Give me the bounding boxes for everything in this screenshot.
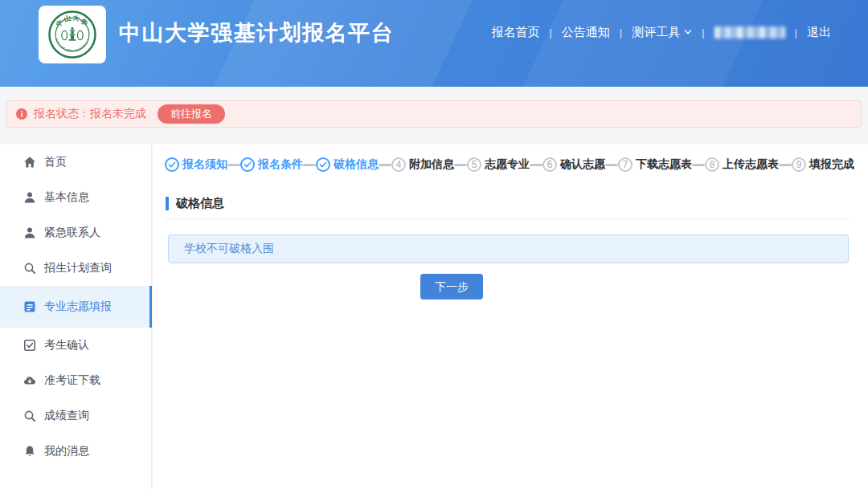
next-step-button[interactable]: 下一步: [420, 274, 483, 300]
step-number: 6: [547, 159, 553, 170]
exemption-notice-text: 学校不可破格入围: [184, 242, 274, 256]
section-divider: [165, 218, 849, 219]
step-connector: [227, 164, 240, 166]
sidebar-item-major-preference[interactable]: 专业志愿填报: [0, 286, 151, 328]
nav-divider: |: [549, 26, 551, 39]
sidebar-item-label: 基本信息: [44, 190, 89, 205]
stepper: 报名须知 报名条件 破格信息 4 附加信息 5 志愿专业 6 确认志愿 7: [165, 157, 849, 173]
step-number: 4: [396, 159, 402, 170]
step-7: 7 下载志愿表: [618, 157, 692, 172]
info-icon: [16, 108, 27, 120]
step-3: 破格信息: [316, 157, 379, 172]
step-9: 9 填报完成: [792, 157, 854, 172]
sidebar: 首页 基本信息 紧急联系人 招生计划查询 专业志愿填报: [0, 145, 152, 489]
registration-status-alert: 报名状态：报名未完成 前往报名: [6, 100, 862, 128]
user-icon: [23, 226, 36, 239]
step-connector: [605, 164, 618, 166]
step-number: 9: [796, 159, 802, 170]
sidebar-item-emergency-contact[interactable]: 紧急联系人: [0, 215, 151, 251]
button-row: 下一步: [168, 274, 735, 300]
step-label: 破格信息: [334, 157, 379, 172]
step-connector: [379, 164, 391, 166]
sidebar-item-label: 专业志愿填报: [44, 300, 112, 314]
sidebar-item-score-query[interactable]: 成绩查询: [0, 398, 151, 434]
sidebar-item-label: 招生计划查询: [44, 261, 112, 275]
nav-assessment-tools[interactable]: 测评工具: [632, 25, 692, 40]
nav-logout[interactable]: 退出: [807, 25, 831, 40]
doc-list-icon: [23, 300, 36, 313]
sidebar-item-basic-info[interactable]: 基本信息: [0, 180, 151, 215]
step-label: 报名须知: [182, 157, 227, 172]
step-connector: [454, 164, 467, 166]
step-5: 5 志愿专业: [467, 157, 530, 172]
nav-divider: |: [620, 26, 622, 39]
step-number: 5: [472, 159, 477, 170]
main-content: 报名须知 报名条件 破格信息 4 附加信息 5 志愿专业 6 确认志愿 7: [153, 145, 868, 489]
sidebar-item-label: 首页: [44, 155, 67, 169]
exemption-notice: 学校不可破格入围: [168, 234, 849, 263]
step-8: 8 上传志愿表: [705, 157, 779, 172]
sidebar-item-label: 紧急联系人: [44, 226, 100, 240]
university-logo: 中山大学 SUN YAT-SEN UNIVERSITY: [39, 6, 106, 63]
step-number: 8: [710, 159, 715, 170]
go-register-button[interactable]: 前往报名: [158, 104, 225, 124]
section-title: 破格信息: [166, 196, 849, 210]
sidebar-item-my-messages[interactable]: 我的消息: [0, 434, 151, 469]
sidebar-item-label: 准考证下载: [44, 373, 100, 388]
nav-signup-home[interactable]: 报名首页: [491, 25, 539, 40]
status-text: 报名状态：报名未完成: [34, 107, 146, 121]
step-connector: [692, 164, 705, 166]
step-4: 4 附加信息: [391, 157, 454, 172]
user-icon: [23, 191, 36, 204]
section-title-text: 破格信息: [176, 196, 224, 211]
step-label: 下载志愿表: [636, 157, 692, 172]
step-label: 报名条件: [258, 157, 303, 172]
step-1: 报名须知: [165, 157, 227, 172]
step-label: 填报完成: [809, 157, 854, 172]
step-label: 附加信息: [409, 157, 454, 172]
check-square-icon: [23, 339, 36, 352]
university-seal-icon: 中山大学 SUN YAT-SEN UNIVERSITY: [47, 10, 97, 59]
active-indicator: [149, 286, 152, 328]
check-icon: [319, 161, 327, 169]
search-icon: [23, 410, 36, 422]
step-6: 6 确认志愿: [542, 157, 605, 172]
step-connector: [303, 164, 316, 166]
cloud-download-icon: [23, 374, 36, 387]
nav-divider: |: [702, 26, 704, 39]
chevron-down-icon: [684, 28, 692, 36]
bell-icon: [23, 445, 36, 458]
sidebar-item-label: 考生确认: [44, 338, 89, 352]
sidebar-item-candidate-confirmation[interactable]: 考生确认: [0, 328, 151, 363]
title-accent-bar: [166, 197, 169, 210]
sidebar-item-enrollment-plan-query[interactable]: 招生计划查询: [0, 251, 151, 286]
check-icon: [168, 161, 176, 169]
step-label: 上传志愿表: [723, 157, 779, 172]
check-icon: [244, 161, 252, 169]
sidebar-item-home[interactable]: 首页: [0, 145, 151, 180]
nav-assessment-tools-label: 测评工具: [632, 25, 680, 40]
home-icon: [23, 156, 36, 169]
step-label: 志愿专业: [485, 157, 530, 172]
search-icon: [23, 262, 36, 275]
nav-notices[interactable]: 公告通知: [562, 25, 610, 40]
step-connector: [779, 164, 792, 166]
step-2: 报名条件: [240, 157, 303, 172]
nav-divider: |: [795, 26, 797, 39]
sidebar-item-label: 我的消息: [44, 444, 89, 458]
header-nav: 报名首页 | 公告通知 | 测评工具 | | 退出: [491, 0, 831, 64]
step-number: 7: [623, 159, 628, 170]
username-masked[interactable]: [714, 26, 785, 39]
sidebar-item-label: 成绩查询: [44, 409, 89, 423]
sidebar-item-admission-ticket-download[interactable]: 准考证下载: [0, 363, 151, 398]
page-title: 中山大学强基计划报名平台: [119, 18, 394, 47]
step-connector: [530, 164, 542, 166]
app-header: 中山大学 SUN YAT-SEN UNIVERSITY 中山大学强基计划报名平台…: [0, 0, 868, 87]
step-label: 确认志愿: [560, 157, 605, 172]
